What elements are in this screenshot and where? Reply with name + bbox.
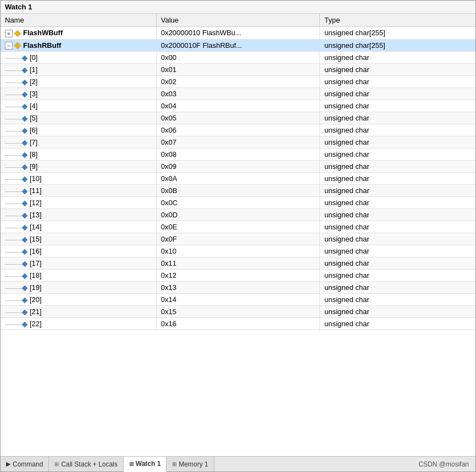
cell-name: ────[13] — [1, 209, 156, 221]
cell-value: 0x11 — [156, 257, 319, 270]
cell-value: 0x02 — [156, 76, 319, 88]
cell-type: unsigned char — [320, 173, 475, 185]
tab-command[interactable]: ▶Command — [1, 457, 49, 471]
table-row[interactable]: ────[10]0x0Aunsigned char — [1, 173, 475, 185]
table-row[interactable]: ────[18]0x12unsigned char — [1, 270, 475, 282]
cell-name: ────[2] — [1, 76, 156, 88]
var-icon — [14, 42, 21, 50]
svg-marker-20 — [22, 273, 27, 279]
svg-marker-16 — [22, 225, 27, 230]
expand-icon[interactable]: + — [5, 30, 13, 37]
svg-marker-10 — [22, 152, 27, 158]
element-icon — [21, 140, 28, 146]
cell-name: ────[20] — [1, 294, 156, 306]
table-row[interactable]: −FlashRBuff0x2000010F FlashRBuf...unsign… — [1, 39, 475, 52]
cell-type: unsigned char — [320, 88, 475, 100]
table-row[interactable]: ────[6]0x06unsigned char — [1, 124, 475, 136]
table-row[interactable]: ────[7]0x07unsigned char — [1, 136, 475, 149]
cell-type: unsigned char — [320, 185, 475, 197]
cell-value: 0x0E — [156, 221, 319, 233]
watch-table: Name Value Type +FlashWBuff0x20000010 Fl… — [1, 14, 475, 330]
element-icon — [21, 116, 28, 122]
watch-table-container: Name Value Type +FlashWBuff0x20000010 Fl… — [1, 14, 475, 456]
tree-lines: ──── — [5, 176, 21, 183]
svg-marker-17 — [22, 237, 27, 243]
table-header: Name Value Type — [1, 14, 475, 27]
table-row[interactable]: ────[13]0x0Dunsigned char — [1, 209, 475, 221]
tree-lines: ──── — [5, 140, 21, 146]
cell-type: unsigned char — [320, 161, 475, 173]
table-row[interactable]: ────[22]0x16unsigned char — [1, 318, 475, 330]
cell-value: 0x10 — [156, 245, 319, 257]
cell-type: unsigned char — [320, 306, 475, 318]
table-row[interactable]: ────[8]0x08unsigned char — [1, 149, 475, 161]
table-row[interactable]: ────[0]0x00unsigned char — [1, 52, 475, 64]
table-row[interactable]: ────[5]0x05unsigned char — [1, 112, 475, 124]
expand-icon[interactable]: − — [5, 42, 13, 50]
cell-type: unsigned char[255] — [320, 39, 475, 52]
svg-marker-9 — [22, 140, 27, 146]
element-icon — [21, 176, 28, 183]
svg-marker-22 — [22, 298, 27, 303]
cell-value: 0x0B — [156, 185, 319, 197]
table-row[interactable]: ────[15]0x0Funsigned char — [1, 233, 475, 245]
cell-value: 0x0F — [156, 233, 319, 245]
cell-type: unsigned char — [320, 52, 475, 64]
cell-type: unsigned char — [320, 318, 475, 330]
element-icon — [21, 164, 28, 171]
table-row[interactable]: ────[21]0x15unsigned char — [1, 306, 475, 318]
cell-name: ────[3] — [1, 88, 156, 100]
tree-lines: ──── — [5, 200, 21, 207]
tree-lines: ──── — [5, 79, 21, 86]
table-row[interactable]: ────[20]0x14unsigned char — [1, 294, 475, 306]
status-bar: CSDN @mosifan — [412, 457, 475, 471]
cell-name: ────[4] — [1, 100, 156, 112]
cell-type: unsigned char — [320, 245, 475, 257]
table-row[interactable]: ────[4]0x04unsigned char — [1, 100, 475, 112]
svg-marker-11 — [22, 164, 27, 170]
table-row[interactable]: ────[19]0x13unsigned char — [1, 282, 475, 294]
tab-watch1[interactable]: ⊞Watch 1 — [124, 457, 167, 472]
cell-value: 0x08 — [156, 149, 319, 161]
cell-value: 0x0A — [156, 173, 319, 185]
cell-type: unsigned char — [320, 136, 475, 149]
table-row[interactable]: ────[9]0x09unsigned char — [1, 161, 475, 173]
table-row[interactable]: ────[17]0x11unsigned char — [1, 257, 475, 270]
svg-marker-12 — [22, 177, 27, 182]
svg-marker-0 — [14, 30, 21, 37]
cell-name: ────[9] — [1, 161, 156, 173]
table-row[interactable]: ────[2]0x02unsigned char — [1, 76, 475, 88]
table-row[interactable]: +FlashWBuff0x20000010 FlashWBu...unsigne… — [1, 27, 475, 40]
tab-memory1[interactable]: ⊞Memory 1 — [167, 457, 214, 471]
svg-marker-7 — [22, 116, 27, 122]
element-icon — [21, 55, 28, 62]
cell-name: ────[8] — [1, 149, 156, 161]
cell-name: ────[12] — [1, 197, 156, 209]
cell-type: unsigned char — [320, 270, 475, 282]
tree-lines: ──── — [5, 103, 21, 110]
tab-callstack[interactable]: ⊞Call Stack + Locals — [49, 457, 123, 471]
cell-value: 0x14 — [156, 294, 319, 306]
cell-type: unsigned char — [320, 221, 475, 233]
cell-value: 0x01 — [156, 64, 319, 76]
tree-lines: ──── — [5, 309, 21, 316]
table-row[interactable]: ────[12]0x0Cunsigned char — [1, 197, 475, 209]
table-row[interactable]: ────[16]0x10unsigned char — [1, 245, 475, 257]
table-row[interactable]: ────[14]0x0Eunsigned char — [1, 221, 475, 233]
table-row[interactable]: ────[11]0x0Bunsigned char — [1, 185, 475, 197]
tab-label: Command — [13, 460, 43, 468]
table-row[interactable]: ────[3]0x03unsigned char — [1, 88, 475, 100]
svg-marker-4 — [22, 80, 27, 85]
svg-marker-23 — [22, 310, 27, 315]
cell-name: ────[19] — [1, 282, 156, 294]
tabs-container: ▶Command⊞Call Stack + Locals⊞Watch 1⊞Mem… — [1, 457, 214, 471]
tree-lines: ──── — [5, 224, 21, 231]
cell-value: 0x2000010F FlashRBuf... — [156, 39, 319, 52]
tree-lines: ──── — [5, 212, 21, 219]
col-header-type: Type — [320, 14, 475, 27]
cell-type: unsigned char — [320, 76, 475, 88]
tab-label: Watch 1 — [136, 460, 161, 468]
element-icon — [21, 309, 28, 316]
table-row[interactable]: ────[1]0x01unsigned char — [1, 64, 475, 76]
cell-value: 0x00 — [156, 52, 319, 64]
